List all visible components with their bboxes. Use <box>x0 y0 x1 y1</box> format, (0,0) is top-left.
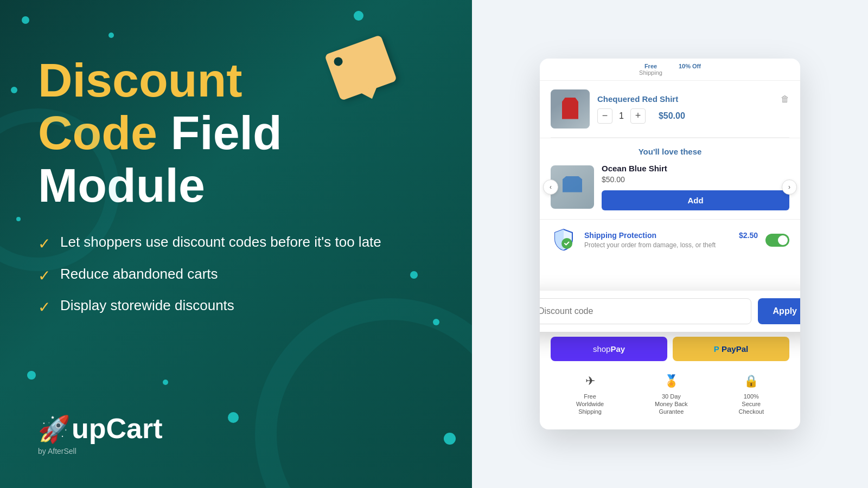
cart-top-badges: Free Shipping 10% Off <box>540 59 800 81</box>
heading-white: Field <box>157 106 282 159</box>
deco-dot <box>410 271 418 279</box>
brand-logo: 🚀 up Cart by AfterSell <box>38 412 163 455</box>
cart-item-price: $50.00 <box>659 111 685 121</box>
qty-control: − 1 + $50.00 <box>597 108 789 124</box>
trust-text-shipping: FreeWorldwideShipping <box>576 393 604 416</box>
discount-badge: 10% Off <box>679 63 701 76</box>
discount-code-input[interactable] <box>540 298 751 324</box>
deco-dot <box>108 33 114 38</box>
protection-info: Shipping Protection $2.50 Protect your o… <box>584 231 758 249</box>
qty-increase-button[interactable]: + <box>630 108 646 124</box>
cart-top-section: Chequered Red Shirt 🗑 − 1 + $50.00 <box>540 81 800 138</box>
feature-text-2: Reduce abandoned carts <box>60 265 218 284</box>
deco-dot <box>22 16 29 24</box>
deco-dot <box>354 11 363 21</box>
protection-title: Shipping Protection <box>584 231 656 240</box>
carousel-next-button[interactable]: › <box>782 179 797 195</box>
trust-text-secure: 100%SecureCheckout <box>739 393 764 416</box>
cart-item-meta: Chequered Red Shirt 🗑 − 1 + $50.00 <box>597 94 789 124</box>
cart-bottom: Checkout • $52.50 shopPay P PayPal ✈ Fre… <box>540 261 800 430</box>
protection-icon <box>551 227 577 253</box>
free-shipping-badge: Free Shipping <box>639 63 662 76</box>
upsell-product-info: Ocean Blue Shirt $50.00 Add <box>602 164 789 210</box>
medal-icon: 🏅 <box>664 374 679 388</box>
deco-circle <box>255 298 472 488</box>
right-panel: Free Shipping 10% Off Chequered Red Shir… <box>472 0 868 488</box>
paypal-button[interactable]: P PayPal <box>673 337 789 361</box>
payment-methods: shopPay P PayPal <box>551 337 789 361</box>
feature-text-1: Let shoppers use discount codes before i… <box>60 233 381 252</box>
upsell-product-price: $50.00 <box>602 175 789 184</box>
upsell-add-button[interactable]: Add <box>602 190 789 210</box>
qty-value: 1 <box>619 111 624 121</box>
tag-decoration <box>331 43 396 98</box>
qty-decrease-button[interactable]: − <box>597 108 612 124</box>
deco-dot <box>27 371 36 380</box>
check-icon-3: ✓ <box>38 298 50 317</box>
carousel-prev-button[interactable]: ‹ <box>543 179 558 195</box>
shoppay-button[interactable]: shopPay <box>551 337 667 361</box>
deco-dot <box>228 412 239 423</box>
deco-dot <box>11 87 17 93</box>
trust-item-shipping: ✈ FreeWorldwideShipping <box>576 374 604 416</box>
lock-icon: 🔒 <box>744 374 758 388</box>
cart-widget: Free Shipping 10% Off Chequered Red Shir… <box>540 59 800 430</box>
brand-name-up: up <box>72 412 106 445</box>
cart-item-row: Chequered Red Shirt 🗑 − 1 + $50.00 <box>551 81 789 138</box>
protection-price: $2.50 <box>739 231 758 240</box>
rocket-icon: 🚀 <box>38 414 71 445</box>
plane-icon: ✈ <box>585 374 595 388</box>
shirt-image <box>551 89 590 129</box>
trust-item-guarantee: 🏅 30 DayMoney BackGurantee <box>655 374 688 416</box>
left-panel: Discount Code Field Module ✓ Let shopper… <box>0 0 472 488</box>
trust-text-guarantee: 30 DayMoney BackGurantee <box>655 393 688 416</box>
cart-item-image <box>551 89 590 129</box>
upsell-product-name: Ocean Blue Shirt <box>602 164 789 173</box>
trust-badges: ✈ FreeWorldwideShipping 🏅 30 DayMoney Ba… <box>551 369 789 421</box>
upsell-title: You'll love these <box>551 147 789 156</box>
apply-discount-button[interactable]: Apply <box>758 298 800 324</box>
upsell-carousel: ‹ Ocean Blue Shirt $50.00 Add › <box>551 164 789 210</box>
delete-item-button[interactable]: 🗑 <box>781 94 789 104</box>
upsell-section: You'll love these ‹ Ocean Blue Shirt $50… <box>540 138 800 219</box>
deco-dot <box>163 380 168 385</box>
protection-header-row: Shipping Protection $2.50 <box>584 231 758 240</box>
shipping-protection-section: Shipping Protection $2.50 Protect your o… <box>540 219 800 261</box>
protection-desc: Protect your order from damage, loss, or… <box>584 241 758 249</box>
trust-item-secure: 🔒 100%SecureCheckout <box>739 374 764 416</box>
feature-item-2: ✓ Reduce abandoned carts <box>38 265 434 286</box>
aftersell-logo: by AfterSell <box>38 447 163 455</box>
feature-text-3: Display storewide discounts <box>60 297 234 315</box>
upsell-product: Ocean Blue Shirt $50.00 Add <box>551 164 789 210</box>
brand-name-cart: Cart <box>106 412 163 445</box>
discount-code-overlay: Apply <box>540 291 800 332</box>
cart-item-name: Chequered Red Shirt <box>597 94 776 104</box>
brand-sub: by AfterSell <box>38 447 76 455</box>
protection-toggle[interactable] <box>765 234 789 247</box>
